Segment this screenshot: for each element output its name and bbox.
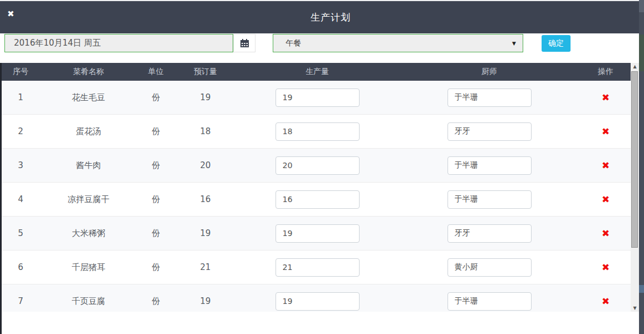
table-header: 序号 菜肴名称 单位 预订量 生产量 厨师 操作 xyxy=(2,63,631,81)
calendar-icon xyxy=(240,39,249,48)
delete-icon[interactable]: ✖ xyxy=(602,92,609,103)
dish-name: 大米稀粥 xyxy=(40,228,137,239)
close-icon[interactable]: ✖ xyxy=(7,10,14,18)
scroll-down-icon[interactable]: ▼ xyxy=(631,306,639,311)
dish-name: 蛋花汤 xyxy=(40,126,137,137)
dish-name: 千层猪耳 xyxy=(40,262,137,273)
unit-label: 份 xyxy=(137,160,174,171)
delete-icon[interactable]: ✖ xyxy=(602,160,609,171)
chef-input[interactable] xyxy=(448,292,532,311)
chef-input[interactable] xyxy=(448,122,532,141)
modal-header: ✖ 生产计划 xyxy=(0,1,639,33)
table-body: 1 花生毛豆 份 19 ✖ 2 蛋花汤 份 18 xyxy=(2,81,631,312)
table-row: 7 千页豆腐 份 19 ✖ xyxy=(2,284,631,312)
dish-name: 花生毛豆 xyxy=(40,92,137,103)
production-qty-input[interactable] xyxy=(276,224,360,243)
row-number: 1 xyxy=(2,92,40,102)
chef-input[interactable] xyxy=(448,156,532,175)
production-qty-input[interactable] xyxy=(276,156,360,175)
table-row: 1 花生毛豆 份 19 ✖ xyxy=(2,81,631,115)
unit-label: 份 xyxy=(137,92,174,103)
modal-title: 生产计划 xyxy=(0,11,639,24)
col-header-chef: 厨师 xyxy=(398,67,581,77)
production-plan-modal: ✖ 生产计划 午餐 ▼ 确定 序号 xyxy=(0,0,644,334)
dish-name: 千页豆腐 xyxy=(40,296,137,307)
row-number: 5 xyxy=(2,228,40,238)
reserved-qty: 19 xyxy=(174,296,237,306)
scroll-up-icon[interactable]: ▲ xyxy=(631,64,639,69)
delete-icon[interactable]: ✖ xyxy=(602,296,609,307)
row-number: 7 xyxy=(2,296,40,306)
table-row: 3 酱牛肉 份 20 ✖ xyxy=(2,149,631,183)
col-header-dish: 菜肴名称 xyxy=(40,67,137,77)
production-qty-input[interactable] xyxy=(276,258,360,277)
reserved-qty: 19 xyxy=(174,92,237,102)
delete-icon[interactable]: ✖ xyxy=(602,126,609,137)
reserved-qty: 18 xyxy=(174,126,237,136)
unit-label: 份 xyxy=(137,296,174,307)
col-header-reserved: 预订量 xyxy=(174,67,237,77)
reserved-qty: 19 xyxy=(174,228,237,238)
delete-icon[interactable]: ✖ xyxy=(602,262,609,273)
page-right-edge xyxy=(639,0,644,334)
unit-label: 份 xyxy=(137,228,174,239)
calendar-button[interactable] xyxy=(233,34,255,52)
confirm-button[interactable]: 确定 xyxy=(542,35,571,52)
production-qty-input[interactable] xyxy=(276,190,360,209)
table-row: 6 千层猪耳 份 21 ✖ xyxy=(2,250,631,284)
col-header-num: 序号 xyxy=(2,67,40,77)
row-number: 2 xyxy=(2,126,40,136)
unit-label: 份 xyxy=(137,194,174,205)
meal-select-value: 午餐 xyxy=(286,38,301,48)
chef-input[interactable] xyxy=(448,224,532,243)
production-qty-input[interactable] xyxy=(276,292,360,311)
delete-icon[interactable]: ✖ xyxy=(602,194,609,205)
chef-input[interactable] xyxy=(448,190,532,209)
chef-input[interactable] xyxy=(448,89,532,107)
reserved-qty: 21 xyxy=(174,262,237,272)
chevron-down-icon: ▼ xyxy=(512,41,516,46)
col-header-unit: 单位 xyxy=(137,67,174,77)
table-row: 2 蛋花汤 份 18 ✖ xyxy=(2,115,631,149)
col-header-operation: 操作 xyxy=(581,67,631,77)
scrollbar-thumb[interactable] xyxy=(631,71,638,248)
production-qty-input[interactable] xyxy=(276,122,360,141)
dish-name: 酱牛肉 xyxy=(40,160,137,171)
production-qty-input[interactable] xyxy=(276,89,360,107)
date-input[interactable] xyxy=(4,34,233,52)
meal-select[interactable]: 午餐 ▼ xyxy=(273,34,523,52)
unit-label: 份 xyxy=(137,126,174,137)
table-row: 4 凉拌豆腐干 份 16 ✖ xyxy=(2,183,631,217)
reserved-qty: 16 xyxy=(174,194,237,204)
unit-label: 份 xyxy=(137,262,174,273)
reserved-qty: 20 xyxy=(174,160,237,170)
chef-input[interactable] xyxy=(448,258,532,277)
table-row: 5 大米稀粥 份 19 ✖ xyxy=(2,217,631,250)
toolbar: 午餐 ▼ 确定 xyxy=(0,33,639,63)
background-fragment xyxy=(639,0,644,12)
background-fragment xyxy=(639,285,644,293)
col-header-production: 生产量 xyxy=(237,67,398,77)
row-number: 3 xyxy=(2,160,40,170)
background-fragment xyxy=(639,35,644,71)
delete-icon[interactable]: ✖ xyxy=(602,228,609,239)
vertical-scrollbar[interactable]: ▲ ▼ xyxy=(631,63,639,312)
row-number: 6 xyxy=(2,262,40,272)
dish-name: 凉拌豆腐干 xyxy=(40,194,137,205)
row-number: 4 xyxy=(2,194,40,204)
